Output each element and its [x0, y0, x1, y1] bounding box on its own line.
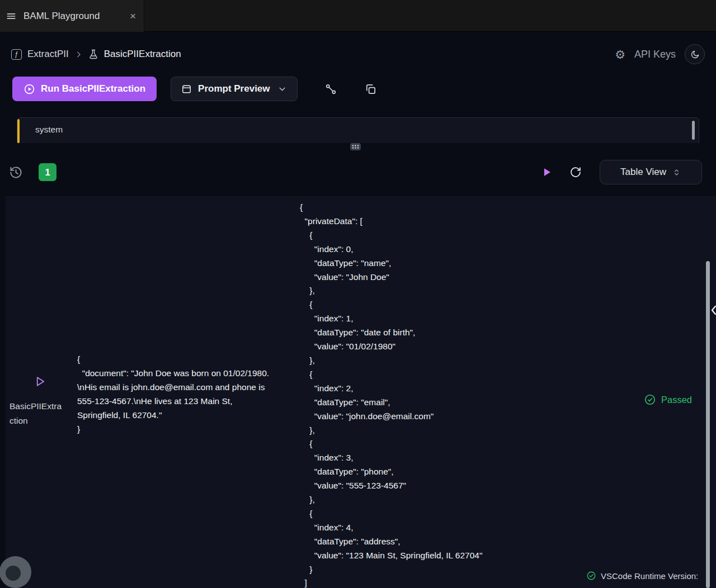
playground-header: ƒ ExtractPII BasicPIIExtraction ⚙ API Ke… — [0, 42, 716, 67]
test-output-json: { "privateData": [ { "index": 0, "dataTy… — [300, 201, 482, 588]
chevron-right-icon — [74, 50, 83, 59]
play-icon — [540, 166, 553, 178]
test-count-badge[interactable]: 1 — [39, 163, 56, 181]
runtime-version-status: VSCode Runtime Version: — [586, 571, 698, 581]
breadcrumb: ƒ ExtractPII BasicPIIExtraction — [11, 49, 181, 60]
test-input-json: { "document": "John Doe was born on 01/0… — [77, 352, 277, 436]
run-button-label: Run BasicPIIExtraction — [41, 83, 145, 94]
actions-row: Run BasicPIIExtraction Prompt Preview — [12, 77, 377, 101]
chat-widget-button[interactable] — [0, 556, 31, 588]
preview-window-icon — [181, 84, 192, 94]
test-flask-icon — [88, 49, 98, 59]
tab-baml-playground[interactable]: BAML Playground × — [0, 0, 144, 32]
close-icon[interactable]: × — [130, 11, 136, 21]
results-panel: BasicPIIExtraction { "document": "John D… — [6, 196, 716, 588]
prompt-preview-dropdown[interactable]: Prompt Preview — [171, 77, 298, 101]
graph-icon — [324, 83, 337, 96]
drag-dots-icon — [352, 144, 359, 149]
moon-icon — [690, 50, 700, 59]
theme-toggle-button[interactable] — [685, 44, 705, 64]
run-single-test-button[interactable] — [34, 375, 46, 388]
prompt-role-label: system — [17, 118, 699, 135]
copy-button[interactable] — [364, 83, 377, 96]
view-mode-label: Table View — [620, 167, 666, 178]
header-actions: ⚙ API Keys — [615, 44, 705, 64]
tab-title: BAML Playground — [23, 11, 123, 22]
splitter-handle[interactable] — [350, 143, 361, 150]
chevrons-left-icon — [708, 302, 716, 319]
breadcrumb-test[interactable]: BasicPIIExtraction — [104, 49, 181, 60]
editor-tab-bar: BAML Playground × — [0, 0, 716, 32]
run-all-button[interactable] — [540, 166, 553, 178]
play-outline-icon — [34, 375, 46, 388]
play-circle-icon — [23, 83, 35, 95]
run-test-button[interactable]: Run BasicPIIExtraction — [12, 77, 157, 101]
function-icon: ƒ — [11, 49, 22, 60]
graph-view-button[interactable] — [324, 83, 337, 96]
view-mode-select[interactable]: Table View — [600, 160, 702, 184]
history-icon[interactable] — [9, 165, 23, 179]
baml-playground-window: BAML Playground × ƒ ExtractPII BasicPIIE… — [0, 0, 716, 588]
check-circle-icon — [586, 571, 596, 581]
runtime-version-label: VSCode Runtime Version: — [601, 571, 698, 581]
status-label: Passed — [661, 395, 692, 405]
system-role-bar — [17, 119, 20, 143]
prompt-preview-label: Prompt Preview — [198, 83, 270, 94]
check-circle-icon — [644, 393, 656, 406]
api-keys-button[interactable]: API Keys — [634, 49, 676, 60]
gear-icon[interactable]: ⚙ — [615, 49, 625, 60]
status-badge: Passed — [644, 393, 692, 406]
menu-icon[interactable] — [6, 11, 17, 22]
prompt-panel-scrollbar[interactable] — [692, 121, 695, 140]
refresh-button[interactable] — [569, 166, 582, 178]
breadcrumb-function[interactable]: ExtractPII — [27, 49, 69, 60]
chat-icon — [6, 566, 21, 581]
prompt-preview-panel: system — [17, 117, 699, 143]
chevron-up-down-icon — [672, 168, 681, 177]
chevron-down-icon — [277, 84, 287, 94]
refresh-icon — [569, 166, 582, 178]
test-name-label: BasicPIIExtraction — [10, 399, 64, 428]
copy-icon — [364, 83, 377, 96]
panel-collapse-handle[interactable] — [708, 302, 716, 319]
results-toolbar: 1 Table View — [0, 160, 716, 184]
